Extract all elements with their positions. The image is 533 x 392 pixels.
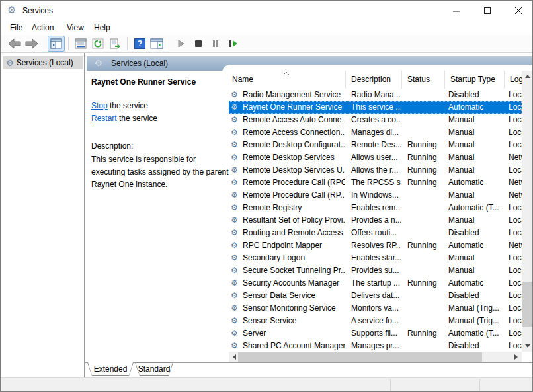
cell-desc: This service ... xyxy=(351,101,401,114)
table-row[interactable]: ⚙Resultant Set of Policy Provi...Provide… xyxy=(229,214,522,227)
cell-name: Raynet One Runner Service xyxy=(243,101,345,114)
menu-help[interactable]: Help xyxy=(94,23,110,32)
cell-startup: Automatic (T... xyxy=(448,327,504,340)
cell-log: Loca xyxy=(509,264,522,277)
cell-desc: Creates a co... xyxy=(351,114,401,126)
table-row[interactable]: ⚙Remote Access Auto Conne...Creates a co… xyxy=(229,114,522,126)
table-row[interactable]: ⚙Remote Procedure Call (RP...In Windows.… xyxy=(229,189,522,202)
service-gear-icon: ⚙ xyxy=(231,214,238,227)
horizontal-scrollbar[interactable] xyxy=(229,352,522,362)
vertical-scroll-thumb[interactable] xyxy=(522,282,532,327)
show-console-tree-icon[interactable] xyxy=(48,36,65,52)
cell-desc: In Windows... xyxy=(351,189,401,202)
table-row[interactable]: ⚙Security Accounts ManagerThe startup ..… xyxy=(229,277,522,290)
cell-status xyxy=(407,202,444,214)
cell-desc: Enables rem... xyxy=(351,202,401,214)
cell-status: Running xyxy=(407,239,444,252)
cell-startup: Automatic xyxy=(448,101,504,114)
export-list-icon[interactable] xyxy=(106,36,124,52)
table-row[interactable]: ⚙Remote Desktop Configurat...Remote Des.… xyxy=(229,139,522,151)
restart-service-icon[interactable] xyxy=(224,36,241,52)
vertical-scrollbar[interactable] xyxy=(522,71,533,352)
minimize-button[interactable] xyxy=(441,1,472,20)
show-action-pane-icon[interactable] xyxy=(148,36,165,52)
refresh-icon[interactable] xyxy=(89,36,106,52)
table-row[interactable]: ⚙Remote Desktop ServicesAllows user...Ru… xyxy=(229,151,522,164)
table-row[interactable]: ⚙Sensor Monitoring ServiceMonitors va...… xyxy=(229,302,522,315)
stop-service-link[interactable]: Stop xyxy=(91,101,108,110)
column-header-description[interactable]: Description xyxy=(346,71,402,89)
service-gear-icon: ⚙ xyxy=(231,189,238,202)
menu-file[interactable]: File xyxy=(10,23,22,32)
table-row[interactable]: ⚙Radio Management ServiceRadio Mana...Di… xyxy=(229,89,522,101)
toolbar-separator xyxy=(44,37,44,50)
cell-desc: Monitors va... xyxy=(351,302,401,315)
service-gear-icon: ⚙ xyxy=(231,327,238,340)
properties-icon[interactable] xyxy=(72,36,89,52)
table-row[interactable]: ⚙Secure Socket Tunneling Pr...Provides s… xyxy=(229,264,522,277)
scroll-right-icon[interactable] xyxy=(511,352,522,362)
close-button[interactable] xyxy=(503,1,533,20)
cell-name: Shared PC Account Manager xyxy=(243,340,345,352)
table-row[interactable]: ⚙ServerSupports fil...RunningAutomatic (… xyxy=(229,327,522,340)
table-row[interactable]: ⚙Sensor Data ServiceDelivers dat...Disab… xyxy=(229,290,522,302)
maximize-button[interactable] xyxy=(472,1,503,20)
help-icon[interactable]: ? xyxy=(131,36,148,52)
table-row[interactable]: ⚙Remote Desktop Services U...Allows the … xyxy=(229,164,522,176)
cell-name: RPC Endpoint Mapper xyxy=(243,239,345,252)
toolbar-separator xyxy=(68,37,69,50)
table-row[interactable]: ⚙Sensor ServiceA service fo...Manual (Tr… xyxy=(229,315,522,327)
table-row[interactable]: ⚙Remote Procedure Call (RPC)The RPCSS s.… xyxy=(229,176,522,189)
horizontal-scroll-thumb[interactable] xyxy=(238,352,482,362)
tab-standard[interactable]: Standard xyxy=(135,362,173,376)
tab-extended[interactable]: Extended xyxy=(87,362,134,376)
service-gear-icon: ⚙ xyxy=(231,202,238,214)
column-header-startup-type[interactable]: Startup Type xyxy=(445,71,505,89)
menu-view[interactable]: View xyxy=(67,23,84,32)
column-header-log-on-as[interactable]: Log xyxy=(505,71,522,89)
cell-status: Running xyxy=(407,277,444,290)
cell-name: Remote Access Connection... xyxy=(243,126,345,139)
table-row[interactable]: ⚙Shared PC Account ManagerManages pr...D… xyxy=(229,340,522,352)
column-header-name[interactable]: Name xyxy=(229,71,346,89)
pause-service-icon[interactable] xyxy=(207,36,224,52)
table-row[interactable]: ⚙Raynet One Runner ServiceThis service .… xyxy=(229,101,522,114)
cell-name: Secure Socket Tunneling Pr... xyxy=(243,264,345,277)
back-icon[interactable] xyxy=(6,36,23,52)
cell-startup: Manual xyxy=(448,114,504,126)
cell-status: Running xyxy=(407,327,444,340)
cell-desc: The startup ... xyxy=(351,277,401,290)
service-gear-icon: ⚙ xyxy=(231,277,238,290)
cell-desc: Radio Mana... xyxy=(351,89,401,101)
scroll-down-icon[interactable] xyxy=(522,340,533,352)
service-action-links: Stop the service Restart the service xyxy=(91,100,157,125)
cell-startup: Automatic xyxy=(448,277,504,290)
table-row[interactable]: ⚙Secondary LogonEnables star...ManualLoc… xyxy=(229,252,522,264)
title-bar[interactable]: ⚙ Services xyxy=(1,1,532,20)
cell-name: Remote Access Auto Conne... xyxy=(243,114,345,126)
service-gear-icon: ⚙ xyxy=(231,239,238,252)
cell-startup: Disabled xyxy=(448,227,504,239)
service-gear-icon: ⚙ xyxy=(231,101,238,114)
table-row[interactable]: ⚙Remote RegistryEnables rem...Automatic … xyxy=(229,202,522,214)
table-row[interactable]: ⚙Routing and Remote AccessOffers routi..… xyxy=(229,227,522,239)
table-row[interactable]: ⚙RPC Endpoint MapperResolves RP...Runnin… xyxy=(229,239,522,252)
status-bar xyxy=(1,377,532,391)
column-header-status[interactable]: Status xyxy=(402,71,445,89)
stop-service-icon[interactable] xyxy=(190,36,207,52)
tree-item-services-local[interactable]: ⚙ Services (Local) xyxy=(3,56,83,69)
cell-desc: Manages di... xyxy=(351,126,401,139)
service-gear-icon: ⚙ xyxy=(231,151,238,164)
cell-log: Loca xyxy=(509,214,522,227)
cell-name: Secondary Logon xyxy=(243,252,345,264)
scroll-up-icon[interactable] xyxy=(522,71,533,82)
list-header: Name Description Status Startup Type Log xyxy=(229,71,522,89)
stop-link-suffix: the service xyxy=(108,101,148,110)
service-gear-icon: ⚙ xyxy=(231,139,238,151)
forward-icon[interactable] xyxy=(23,36,40,52)
start-service-icon[interactable] xyxy=(173,36,190,52)
restart-service-link[interactable]: Restart xyxy=(91,114,117,123)
cell-log: Loca xyxy=(509,290,522,302)
menu-action[interactable]: Action xyxy=(32,23,54,32)
table-row[interactable]: ⚙Remote Access Connection...Manages di..… xyxy=(229,126,522,139)
